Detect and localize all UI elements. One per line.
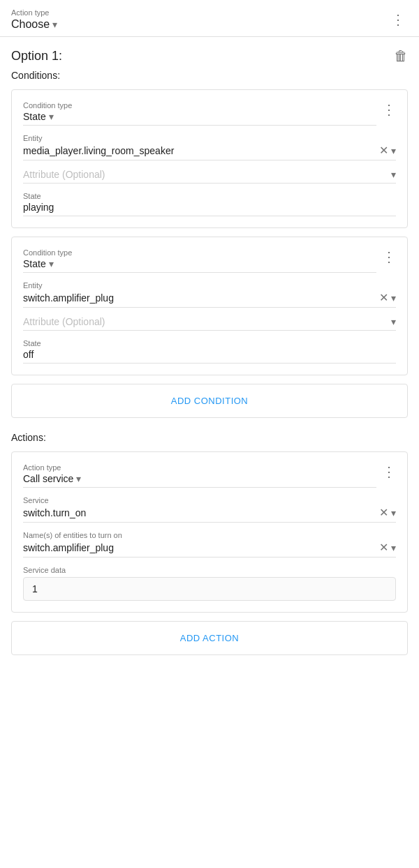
add-action-button[interactable]: ADD ACTION bbox=[11, 621, 408, 655]
condition-2-entity-dropdown-icon[interactable]: ▾ bbox=[391, 292, 396, 304]
condition-1-state-label: State bbox=[23, 192, 396, 200]
condition-1-entity-dropdown-icon[interactable]: ▾ bbox=[391, 145, 396, 156]
action-1-type-dropdown-icon: ▾ bbox=[76, 473, 81, 484]
condition-card-1: Condition type State ▾ ⋮ Entity media_pl… bbox=[11, 89, 408, 228]
condition-1-entity-label: Entity bbox=[23, 134, 396, 142]
action-1-service-clear-icon[interactable]: ✕ bbox=[379, 506, 388, 519]
condition-2-attribute-dropdown-icon: ▾ bbox=[391, 316, 396, 327]
condition-2-state-label: State bbox=[23, 339, 396, 347]
condition-2-entity-value: switch.amplifier_plug bbox=[23, 292, 379, 304]
action-1-entities-field: switch.amplifier_plug ✕ ▾ bbox=[23, 541, 396, 558]
condition-1-entity-container: Entity media_player.living_room_speaker … bbox=[23, 134, 396, 160]
action-1-service-data-label: Service data bbox=[23, 566, 396, 574]
condition-1-entity-field: media_player.living_room_speaker ✕ ▾ bbox=[23, 144, 396, 160]
action-1-header: Action type Call service ▾ ⋮ bbox=[23, 463, 396, 488]
condition-card-2: Condition type State ▾ ⋮ Entity switch.a… bbox=[11, 237, 408, 375]
condition-2-state-input[interactable] bbox=[23, 349, 396, 364]
condition-1-header: Condition type State ▾ ⋮ bbox=[23, 101, 396, 126]
actions-label: Actions: bbox=[11, 432, 408, 443]
condition-1-state-input[interactable] bbox=[23, 202, 396, 216]
action-1-service-data-container: Service data bbox=[23, 566, 396, 601]
condition-1-attribute-dropdown-icon: ▾ bbox=[391, 169, 396, 180]
condition-1-attribute-select[interactable]: Attribute (Optional) ▾ bbox=[23, 169, 396, 184]
add-condition-button[interactable]: ADD CONDITION bbox=[11, 384, 408, 418]
action-1-type-value: Call service bbox=[23, 473, 73, 484]
delete-option-icon[interactable]: 🗑 bbox=[394, 48, 408, 64]
action-1-type-select[interactable]: Call service ▾ bbox=[23, 473, 376, 488]
header-left: Action type Choose ▾ bbox=[11, 8, 57, 31]
conditions-label: Conditions: bbox=[11, 70, 408, 81]
header-more-options-icon[interactable]: ⋮ bbox=[388, 8, 408, 31]
condition-2-more-options-icon[interactable]: ⋮ bbox=[382, 248, 396, 265]
action-type-select[interactable]: Choose ▾ bbox=[11, 18, 57, 31]
action-type-dropdown-arrow-icon: ▾ bbox=[52, 19, 57, 30]
condition-2-type-value: State bbox=[23, 258, 46, 269]
action-type-value: Choose bbox=[11, 18, 50, 31]
condition-2-entity-container: Entity switch.amplifier_plug ✕ ▾ bbox=[23, 281, 396, 308]
condition-2-attribute-container: Attribute (Optional) ▾ bbox=[23, 316, 396, 331]
action-1-entities-container: Name(s) of entities to turn on switch.am… bbox=[23, 531, 396, 558]
condition-1-attribute-container: Attribute (Optional) ▾ bbox=[23, 169, 396, 184]
header: Action type Choose ▾ ⋮ bbox=[0, 0, 419, 37]
action-1-service-container: Service switch.turn_on ✕ ▾ bbox=[23, 496, 396, 523]
condition-1-attribute-placeholder: Attribute (Optional) bbox=[23, 169, 391, 180]
action-1-entities-label: Name(s) of entities to turn on bbox=[23, 531, 396, 539]
condition-1-type-select[interactable]: State ▾ bbox=[23, 111, 376, 126]
condition-2-state-container: State bbox=[23, 339, 396, 364]
action-1-service-field: switch.turn_on ✕ ▾ bbox=[23, 506, 396, 523]
condition-2-entity-field: switch.amplifier_plug ✕ ▾ bbox=[23, 291, 396, 308]
condition-2-entity-clear-icon[interactable]: ✕ bbox=[379, 291, 388, 304]
condition-2-type-label: Condition type bbox=[23, 248, 376, 257]
option-header: Option 1: 🗑 bbox=[11, 37, 408, 70]
condition-1-type-group: Condition type State ▾ bbox=[23, 101, 376, 126]
condition-2-type-select[interactable]: State ▾ bbox=[23, 258, 376, 273]
action-1-service-value: switch.turn_on bbox=[23, 507, 379, 518]
condition-1-type-value: State bbox=[23, 111, 46, 122]
action-1-entities-value: switch.amplifier_plug bbox=[23, 542, 379, 553]
condition-1-type-label: Condition type bbox=[23, 101, 376, 110]
condition-2-attribute-placeholder: Attribute (Optional) bbox=[23, 316, 391, 327]
action-1-entities-clear-icon[interactable]: ✕ bbox=[379, 541, 388, 554]
condition-2-type-group: Condition type State ▾ bbox=[23, 248, 376, 273]
condition-2-header: Condition type State ▾ ⋮ bbox=[23, 248, 396, 273]
condition-2-type-dropdown-icon: ▾ bbox=[49, 258, 54, 269]
action-type-label: Action type bbox=[11, 8, 57, 17]
condition-2-entity-label: Entity bbox=[23, 281, 396, 290]
action-1-service-data-input[interactable] bbox=[32, 583, 387, 594]
condition-2-attribute-select[interactable]: Attribute (Optional) ▾ bbox=[23, 316, 396, 331]
action-1-type-label: Action type bbox=[23, 463, 376, 472]
condition-1-state-container: State bbox=[23, 192, 396, 216]
action-1-type-group: Action type Call service ▾ bbox=[23, 463, 376, 488]
condition-1-entity-clear-icon[interactable]: ✕ bbox=[379, 144, 388, 157]
action-1-service-label: Service bbox=[23, 496, 396, 504]
condition-1-entity-value: media_player.living_room_speaker bbox=[23, 145, 379, 156]
action-1-service-dropdown-icon[interactable]: ▾ bbox=[391, 507, 396, 518]
action-1-entities-dropdown-icon[interactable]: ▾ bbox=[391, 542, 396, 553]
action-1-more-options-icon[interactable]: ⋮ bbox=[382, 463, 396, 480]
action-card-1: Action type Call service ▾ ⋮ Service swi… bbox=[11, 451, 408, 613]
condition-1-more-options-icon[interactable]: ⋮ bbox=[382, 101, 396, 118]
option-title: Option 1: bbox=[11, 49, 62, 63]
action-1-service-data-box bbox=[23, 577, 396, 601]
main-content: Option 1: 🗑 Conditions: Condition type S… bbox=[0, 37, 419, 666]
condition-1-type-dropdown-icon: ▾ bbox=[49, 111, 54, 122]
